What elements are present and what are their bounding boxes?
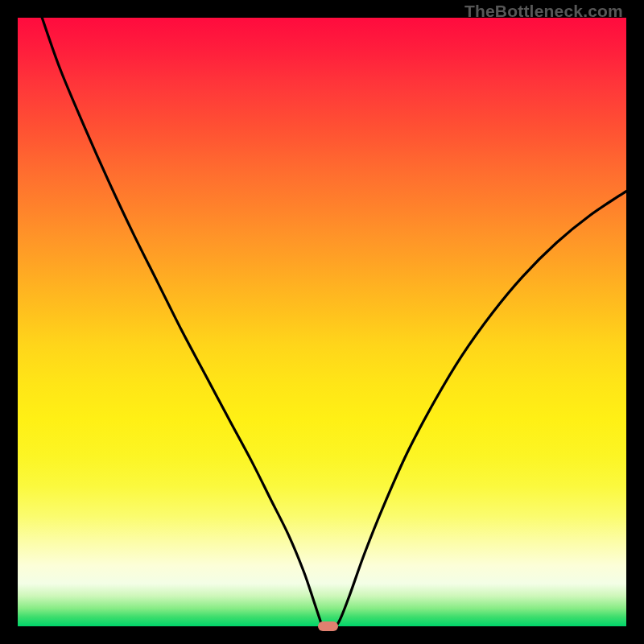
chart-frame: TheBottleneck.com <box>0 0 644 644</box>
optimal-marker <box>318 621 339 632</box>
watermark-text: TheBottleneck.com <box>464 2 623 21</box>
bottleneck-curve <box>18 18 626 626</box>
plot-area <box>18 18 626 626</box>
